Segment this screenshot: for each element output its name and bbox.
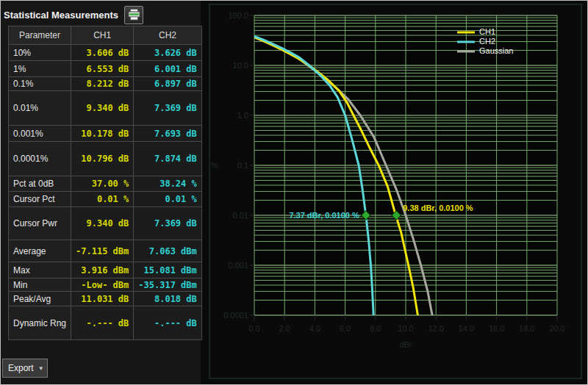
parameter-cell: Pct at 0dB bbox=[9, 176, 71, 192]
parameter-cell: 0.0001% bbox=[9, 142, 71, 176]
statistical-measurements-panel: Statistical Measurements ParameterCH1CH2… bbox=[1, 1, 201, 384]
x-tick-label: 12.0 bbox=[428, 324, 443, 333]
y-tick-label: 0.1 bbox=[237, 161, 248, 170]
app-window: Statistical Measurements ParameterCH1CH2… bbox=[0, 0, 588, 385]
panel-header: Statistical Measurements bbox=[4, 5, 143, 24]
x-tick-label: 14.0 bbox=[459, 324, 474, 333]
ch1-value-cell: 0.01 % bbox=[71, 192, 134, 207]
ccdf-plot: 100.010.01.00.10.010.0010.00010.02.04.06… bbox=[210, 5, 581, 378]
ch2-value-cell: 7.369 dB bbox=[134, 91, 201, 126]
table-row: 1%6.553 dB6.001 dB bbox=[9, 61, 202, 77]
ch1-value-cell: -7.115 dBm bbox=[71, 240, 134, 262]
legend-label-gaussian: Gaussian bbox=[479, 46, 513, 55]
parameter-cell: 0.001% bbox=[9, 126, 71, 142]
x-tick-label: 20.0 bbox=[549, 324, 564, 333]
parameter-cell: Cursor Pwr bbox=[9, 207, 71, 240]
x-tick-label: 18.0 bbox=[519, 324, 534, 333]
legend-label-ch1: CH1 bbox=[479, 27, 495, 36]
ch2-value-cell: 15.081 dBm bbox=[134, 262, 201, 278]
measurements-table: ParameterCH1CH2 10%3.606 dB3.626 dB1%6.5… bbox=[8, 26, 202, 340]
table-row: Max3.916 dBm15.081 dBm bbox=[9, 262, 202, 278]
ch1-value-cell: 10.796 dB bbox=[71, 142, 134, 176]
x-tick-label: 2.0 bbox=[279, 324, 290, 333]
parameter-cell: 10% bbox=[9, 45, 71, 61]
y-tick-label: 100.0 bbox=[228, 11, 248, 20]
table-row: 0.1%8.212 dB6.897 dB bbox=[9, 77, 202, 91]
y-tick-label: 0.0001 bbox=[223, 311, 248, 320]
x-tick-label: 6.0 bbox=[340, 324, 351, 333]
ch1-value-cell: 3.916 dBm bbox=[71, 262, 134, 278]
panel-title: Statistical Measurements bbox=[4, 10, 118, 21]
ch2-value-cell: 38.24 % bbox=[134, 176, 201, 192]
ch1-value-cell: 9.340 dB bbox=[71, 91, 134, 126]
x-tick-label: 16.0 bbox=[489, 324, 504, 333]
parameter-cell: Max bbox=[9, 262, 71, 278]
parameter-cell: Average bbox=[9, 240, 71, 262]
ch2-value-cell: 7.693 dB bbox=[134, 126, 201, 142]
export-label: Export bbox=[8, 363, 34, 373]
table-row: 0.01%9.340 dB7.369 dB bbox=[9, 91, 202, 126]
ch2-value-cell: 7.063 dBm bbox=[134, 240, 201, 262]
table-row: 0.0001%10.796 dB7.874 dB bbox=[9, 142, 202, 176]
table-row: Pct at 0dB37.00 %38.24 % bbox=[9, 176, 202, 192]
export-button[interactable]: Export ▼ bbox=[2, 359, 48, 378]
ch2-value-cell: -.--- dB bbox=[134, 306, 201, 340]
table-row: 10%3.606 dB3.626 dB bbox=[9, 45, 202, 61]
print-button[interactable] bbox=[124, 6, 143, 24]
x-tick-label: 8.0 bbox=[370, 324, 381, 333]
table-row: Min-Low- dBm-35.317 dBm bbox=[9, 278, 202, 292]
x-axis-label: dBr bbox=[399, 340, 412, 349]
printer-icon bbox=[128, 9, 140, 21]
ch1-value-cell: -Low- dBm bbox=[71, 278, 134, 292]
ch1-value-cell: 37.00 % bbox=[71, 176, 134, 192]
ch1-value-cell: 3.606 dB bbox=[71, 45, 134, 61]
y-axis-label: % bbox=[211, 161, 218, 170]
parameter-cell: 0.1% bbox=[9, 77, 71, 91]
ch2-value-cell: 6.897 dB bbox=[134, 77, 201, 91]
ch1-value-cell: 11.031 dB bbox=[71, 292, 134, 306]
ch2-value-cell: 3.626 dB bbox=[134, 45, 201, 61]
table-header-row: ParameterCH1CH2 bbox=[9, 26, 202, 45]
ch1-value-cell: 9.340 dB bbox=[71, 207, 134, 240]
y-tick-label: 0.01 bbox=[233, 211, 248, 220]
parameter-cell: Cursor Pct bbox=[9, 192, 71, 207]
table-row: Dynamic Rng-.--- dB-.--- dB bbox=[9, 306, 202, 340]
table-row: Cursor Pwr9.340 dB7.369 dB bbox=[9, 207, 202, 240]
column-header-ch1: CH1 bbox=[71, 26, 134, 45]
cursor-annotation: 9.38 dBr, 0.0100 % bbox=[403, 204, 473, 212]
chevron-down-icon: ▼ bbox=[38, 365, 44, 372]
parameter-cell: Dynamic Rng bbox=[9, 306, 71, 340]
ch2-value-cell: 7.369 dB bbox=[134, 207, 201, 240]
ch2-value-cell: 8.018 dB bbox=[134, 292, 201, 306]
parameter-cell: 1% bbox=[9, 61, 71, 77]
ch1-value-cell: -.--- dB bbox=[71, 306, 134, 340]
ch2-value-cell: 6.001 dB bbox=[134, 61, 201, 77]
parameter-cell: Peak/Avg bbox=[9, 292, 71, 306]
ch2-value-cell: 0.01 % bbox=[134, 192, 201, 207]
x-tick-label: 10.0 bbox=[398, 324, 413, 333]
table-row: Peak/Avg11.031 dB8.018 dB bbox=[9, 292, 202, 306]
column-header-ch2: CH2 bbox=[134, 26, 201, 45]
legend-label-ch2: CH2 bbox=[479, 37, 495, 46]
column-header-parameter: Parameter bbox=[9, 26, 71, 45]
ch1-value-cell: 10.178 dB bbox=[71, 126, 134, 142]
cursor-annotation: 7.37 dBr, 0.0100 % bbox=[289, 211, 359, 220]
y-tick-label: 0.001 bbox=[228, 261, 248, 270]
y-tick-label: 1.0 bbox=[237, 111, 248, 120]
ccdf-chart-panel: 100.010.01.00.10.010.0010.00010.02.04.06… bbox=[209, 4, 582, 379]
ch1-value-cell: 6.553 dB bbox=[71, 61, 134, 77]
x-tick-label: 4.0 bbox=[309, 324, 320, 333]
table-row: 0.001%10.178 dB7.693 dB bbox=[9, 126, 202, 142]
table-row: Cursor Pct0.01 %0.01 % bbox=[9, 192, 202, 207]
ch1-value-cell: 8.212 dB bbox=[71, 77, 134, 91]
table-row: Average-7.115 dBm7.063 dBm bbox=[9, 240, 202, 262]
ch2-value-cell: -35.317 dBm bbox=[134, 278, 201, 292]
y-tick-label: 10.0 bbox=[233, 61, 248, 70]
parameter-cell: Min bbox=[9, 278, 71, 292]
parameter-cell: 0.01% bbox=[9, 91, 71, 126]
ch2-value-cell: 7.874 dB bbox=[134, 142, 201, 176]
x-tick-label: 0.0 bbox=[248, 324, 259, 333]
